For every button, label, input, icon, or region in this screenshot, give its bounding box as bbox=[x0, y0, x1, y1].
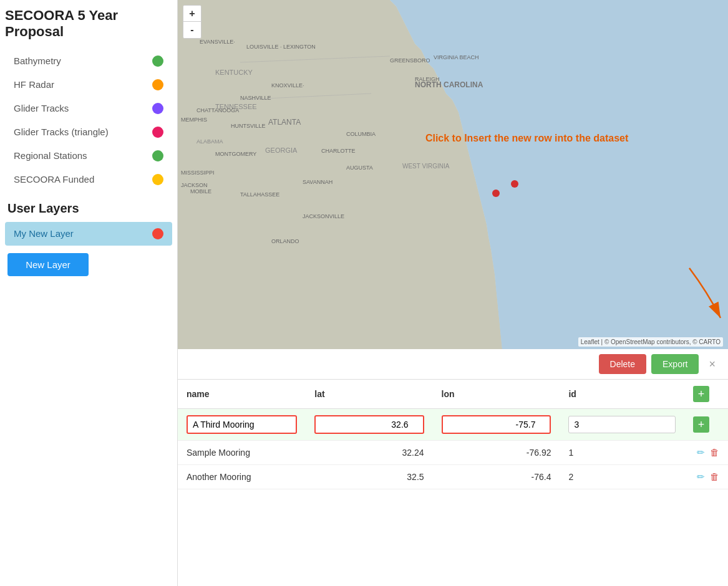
layer-label: Bathymetry bbox=[14, 55, 152, 66]
svg-text:CHARLOTTE: CHARLOTTE bbox=[321, 148, 356, 154]
data-area: Delete Export × namelatlonid+ +Sample Mo… bbox=[178, 349, 728, 586]
new-data-row: + bbox=[178, 409, 728, 441]
table-row: Sample Mooring32.24-76.921 ✏ 🗑 bbox=[178, 441, 728, 465]
sidebar-layer-item[interactable]: Glider Tracks bbox=[5, 97, 172, 120]
svg-text:JACKSONVILLE: JACKSONVILLE bbox=[303, 213, 344, 219]
svg-text:ATLANTA: ATLANTA bbox=[268, 118, 301, 127]
row-lon-cell: -76.4 bbox=[433, 465, 560, 489]
layer-color-dot bbox=[152, 103, 163, 114]
svg-text:COLUMBIA: COLUMBIA bbox=[346, 131, 376, 137]
user-layer-item[interactable]: My New Layer bbox=[5, 222, 172, 246]
col-header-actions: + bbox=[684, 380, 728, 409]
layer-color-dot bbox=[152, 79, 163, 90]
svg-text:NASHVILLE: NASHVILLE bbox=[240, 95, 271, 101]
zoom-controls: + - bbox=[183, 5, 201, 39]
svg-text:WEST VIRGINIA: WEST VIRGINIA bbox=[402, 163, 450, 170]
svg-text:MISSISSIPPI: MISSISSIPPI bbox=[181, 170, 215, 176]
delete-button[interactable]: Delete bbox=[599, 354, 646, 374]
user-layers-title: User Layers bbox=[5, 201, 172, 216]
table-header: namelatlonid+ bbox=[178, 380, 728, 409]
map-svg: KENTUCKY TENNESSEE ALABAMA GEORGIA NORTH… bbox=[178, 0, 728, 349]
table-body: +Sample Mooring32.24-76.921 ✏ 🗑 Another … bbox=[178, 409, 728, 489]
zoom-in-button[interactable]: + bbox=[183, 6, 201, 22]
svg-text:VIRGINIA BEACH: VIRGINIA BEACH bbox=[434, 54, 479, 60]
row-lon-cell: -76.92 bbox=[433, 441, 560, 465]
layer-color-dot bbox=[152, 174, 163, 185]
user-layers-list: My New Layer bbox=[5, 222, 172, 251]
new-layer-button[interactable]: New Layer bbox=[7, 253, 89, 276]
user-layer-dot bbox=[152, 228, 163, 239]
insert-row-button[interactable]: + bbox=[693, 416, 709, 433]
layer-label: Glider Tracks bbox=[14, 103, 152, 113]
svg-text:HUNTSVILLE: HUNTSVILLE bbox=[231, 123, 266, 129]
row-id-cell: 2 bbox=[560, 465, 684, 489]
row-name-cell: Another Mooring bbox=[178, 465, 306, 489]
new-row-action-cell: + bbox=[684, 409, 728, 441]
map-attribution: Leaflet | © OpenStreetMap contributors, … bbox=[578, 337, 723, 347]
new-row-id-input[interactable] bbox=[568, 416, 676, 433]
svg-text:KENTUCKY: KENTUCKY bbox=[215, 69, 253, 76]
col-header-name: name bbox=[178, 380, 306, 409]
delete-row-icon[interactable]: 🗑 bbox=[710, 471, 719, 482]
new-row-name-input[interactable] bbox=[187, 415, 297, 434]
edit-row-icon[interactable]: ✏ bbox=[697, 447, 705, 458]
new-row-name-cell bbox=[178, 409, 306, 441]
export-button[interactable]: Export bbox=[651, 354, 699, 374]
user-layer-label: My New Layer bbox=[14, 228, 152, 239]
col-header-lat: lat bbox=[306, 380, 432, 409]
delete-row-icon[interactable]: 🗑 bbox=[710, 447, 719, 458]
row-lat-cell: 32.5 bbox=[306, 465, 432, 489]
row-actions-cell: ✏ 🗑 bbox=[684, 465, 728, 489]
svg-text:JACKSON: JACKSON bbox=[181, 182, 208, 188]
new-row-lon-cell bbox=[433, 409, 560, 441]
layer-label: HF Radar bbox=[14, 79, 152, 90]
col-header-lon: lon bbox=[433, 380, 560, 409]
add-column-button[interactable]: + bbox=[693, 386, 709, 402]
sidebar-layer-item[interactable]: Glider Tracks (triangle) bbox=[5, 120, 172, 144]
new-row-lat-input[interactable] bbox=[314, 415, 424, 434]
svg-point-31 bbox=[511, 180, 518, 188]
map-container: KENTUCKY TENNESSEE ALABAMA GEORGIA NORTH… bbox=[178, 0, 728, 349]
svg-text:EVANSVILLE·: EVANSVILLE· bbox=[200, 39, 235, 45]
svg-text:ALABAMA: ALABAMA bbox=[197, 138, 223, 145]
svg-text:MONTGOMERY: MONTGOMERY bbox=[215, 151, 256, 157]
svg-text:MEMPHIS: MEMPHIS bbox=[181, 117, 207, 123]
sidebar-layer-item[interactable]: Regional Stations bbox=[5, 144, 172, 168]
row-actions-cell: ✏ 🗑 bbox=[684, 441, 728, 465]
sidebar-layer-item[interactable]: HF Radar bbox=[5, 73, 172, 97]
svg-text:GEORGIA: GEORGIA bbox=[265, 146, 298, 154]
svg-text:LOUISVILLE · LEXINGTON: LOUISVILLE · LEXINGTON bbox=[246, 44, 316, 50]
svg-text:CHATTANOOGA: CHATTANOOGA bbox=[197, 107, 239, 113]
svg-text:KNOXVILLE·: KNOXVILLE· bbox=[271, 82, 304, 89]
svg-text:RALEIGH: RALEIGH bbox=[415, 76, 440, 82]
table-row: Another Mooring32.5-76.42 ✏ 🗑 bbox=[178, 465, 728, 489]
new-row-lat-cell bbox=[306, 409, 432, 441]
layer-label: Glider Tracks (triangle) bbox=[14, 127, 152, 137]
app-title: SECOORA 5 Year Proposal bbox=[5, 7, 172, 41]
svg-text:AUGUSTA: AUGUSTA bbox=[346, 165, 373, 171]
row-name-cell: Sample Mooring bbox=[178, 441, 306, 465]
svg-text:MOBILE: MOBILE bbox=[190, 188, 211, 195]
layer-color-dot bbox=[152, 127, 163, 138]
layer-label: SECOORA Funded bbox=[14, 174, 152, 185]
layer-color-dot bbox=[152, 150, 163, 161]
new-row-id-cell bbox=[560, 409, 684, 441]
zoom-out-button[interactable]: - bbox=[183, 22, 201, 38]
col-header-id: id bbox=[560, 380, 684, 409]
close-button[interactable]: × bbox=[704, 355, 721, 373]
sidebar: SECOORA 5 Year Proposal Bathymetry HF Ra… bbox=[0, 0, 178, 586]
sidebar-layer-item[interactable]: Bathymetry bbox=[5, 49, 172, 73]
svg-text:ORLANDO: ORLANDO bbox=[271, 238, 299, 244]
row-lat-cell: 32.24 bbox=[306, 441, 432, 465]
svg-text:TALLAHASSEE: TALLAHASSEE bbox=[240, 191, 279, 198]
edit-row-icon[interactable]: ✏ bbox=[697, 471, 705, 482]
row-id-cell: 1 bbox=[560, 441, 684, 465]
svg-point-32 bbox=[492, 190, 500, 197]
sidebar-layer-item[interactable]: SECOORA Funded bbox=[5, 168, 172, 191]
svg-text:SAVANNAH: SAVANNAH bbox=[303, 179, 332, 185]
new-row-lon-input[interactable] bbox=[442, 415, 551, 434]
toolbar: Delete Export × bbox=[178, 349, 728, 379]
layer-color-dot bbox=[152, 55, 163, 67]
layer-label: Regional Stations bbox=[14, 150, 152, 161]
data-table: namelatlonid+ +Sample Mooring32.24-76.92… bbox=[178, 379, 728, 489]
